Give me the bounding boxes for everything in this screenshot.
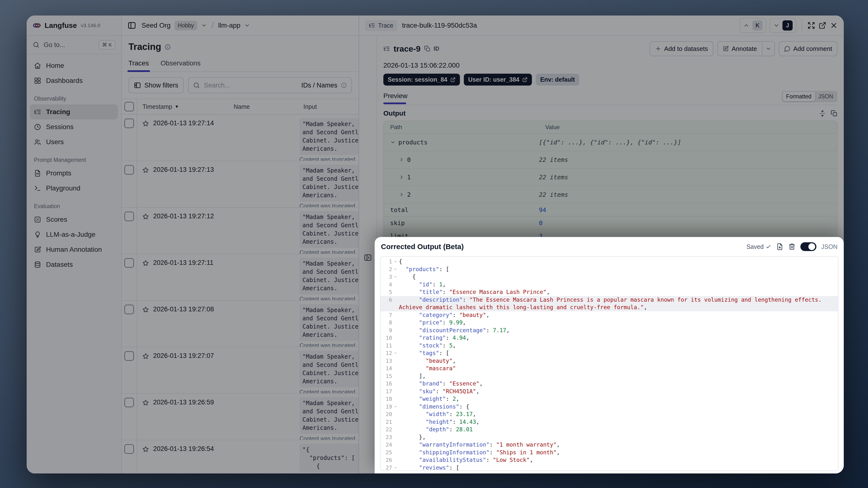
code-line-1[interactable]: 1{ <box>380 258 838 266</box>
saved-label: Saved <box>746 243 764 250</box>
save-file-icon[interactable] <box>776 243 783 250</box>
code-content: "sku": "RCH45Q1A", <box>399 388 838 395</box>
code-content: "title": "Essence Mascara Lash Prince", <box>399 288 838 296</box>
fold-toggle <box>392 288 399 296</box>
line-number: 20 <box>380 410 392 418</box>
line-number: 21 <box>380 418 392 426</box>
fold-toggle <box>392 304 399 311</box>
fold-toggle <box>392 334 399 342</box>
code-line-17[interactable]: 17"sku": "RCH45Q1A", <box>380 388 838 395</box>
code-content: "id": 1, <box>399 281 838 288</box>
code-content: "shippingInformation": "Ships in 1 month… <box>399 449 838 457</box>
fold-toggle[interactable] <box>392 464 399 471</box>
code-line-8[interactable]: 8"price": 9.99, <box>380 319 838 327</box>
fold-toggle <box>392 357 399 365</box>
code-line-14[interactable]: 14"mascara" <box>380 365 838 372</box>
line-number: 22 <box>380 426 392 433</box>
code-line-22[interactable]: 22"depth": 28.01 <box>380 426 838 433</box>
line-number: 25 <box>380 449 392 457</box>
code-content: "height": 14.43, <box>399 418 838 426</box>
fold-toggle[interactable] <box>392 349 399 357</box>
code-content: "category": "beauty", <box>399 311 838 319</box>
code-line-9[interactable]: 9"discountPercentage": 7.17, <box>380 327 838 334</box>
line-number: 27 <box>380 464 392 471</box>
code-line-27[interactable]: 27"reviews": [ <box>380 464 838 471</box>
fold-toggle <box>392 395 399 403</box>
json-toggle[interactable] <box>800 242 816 251</box>
code-content: "mascara" <box>399 365 838 372</box>
code-line-10[interactable]: 10"rating": 4.94, <box>380 334 838 342</box>
code-line-11[interactable]: 11"stock": 5, <box>380 342 838 349</box>
toggle-knob <box>808 243 815 250</box>
line-number: 19 <box>380 403 392 411</box>
code-content: "width": 23.17, <box>399 410 838 418</box>
code-line-15[interactable]: 15], <box>380 372 838 380</box>
fold-toggle <box>392 327 399 334</box>
json-toggle-label: JSON <box>821 243 837 250</box>
code-content: "rating": 4.94, <box>399 334 838 342</box>
code-line-24[interactable]: 24"warrantyInformation": "1 month warran… <box>380 441 838 449</box>
check-icon <box>766 244 771 250</box>
code-content: "description": "The Essence Mascara Lash… <box>399 296 838 304</box>
code-line-21[interactable]: 21"height": 14.43, <box>380 418 838 426</box>
code-line-3[interactable]: 3{ <box>380 273 838 281</box>
code-line-6[interactable]: 6"description": "The Essence Mascara Las… <box>380 296 838 304</box>
line-number: 17 <box>380 388 392 395</box>
code-content: ], <box>399 372 838 380</box>
code-line-4[interactable]: 4"id": 1, <box>380 281 838 288</box>
line-number: 12 <box>380 349 392 357</box>
code-line-20[interactable]: 20"width": 23.17, <box>380 410 838 418</box>
code-line-2[interactable]: 2"products": [ <box>380 266 838 273</box>
fold-toggle <box>392 365 399 372</box>
line-number: 6 <box>380 296 392 304</box>
code-line-7[interactable]: 7"category": "beauty", <box>380 311 838 319</box>
line-number: 13 <box>380 357 392 365</box>
code-content: "dimensions": { <box>399 403 838 411</box>
fold-toggle[interactable] <box>392 266 399 273</box>
fold-toggle[interactable] <box>392 403 399 411</box>
code-content: "availabilityStatus": "Low Stock", <box>399 456 838 464</box>
code-content: "discountPercentage": 7.17, <box>399 327 838 334</box>
code-line-23[interactable]: 23}, <box>380 433 838 441</box>
code-line-6[interactable]: Achieve dramatic lashes with this long-l… <box>380 304 838 311</box>
app-window: Langfuse v3.146.0 Go to... ⌘ K HomeDashb… <box>27 16 844 474</box>
fold-toggle <box>392 311 399 319</box>
code-line-19[interactable]: 19"dimensions": { <box>380 403 838 411</box>
code-line-25[interactable]: 25"shippingInformation": "Ships in 1 mon… <box>380 449 838 457</box>
fold-toggle <box>392 449 399 457</box>
line-number: 4 <box>380 281 392 288</box>
line-number: 7 <box>380 311 392 319</box>
fold-toggle[interactable] <box>392 273 399 281</box>
code-content: "price": 9.99, <box>399 319 838 327</box>
code-content: "tags": [ <box>399 349 838 357</box>
code-content: "weight": 2, <box>399 395 838 403</box>
line-number: 5 <box>380 288 392 296</box>
code-content: Achieve dramatic lashes with this long-l… <box>399 304 838 311</box>
line-number: 18 <box>380 395 392 403</box>
code-content: "brand": "Essence", <box>399 380 838 388</box>
code-line-26[interactable]: 26"availabilityStatus": "Low Stock", <box>380 456 838 464</box>
saved-status: Saved <box>746 243 771 250</box>
json-code-editor[interactable]: 1{2"products": [3{4"id": 1,5"title": "Es… <box>380 256 838 471</box>
line-number: 14 <box>380 365 392 372</box>
code-line-5[interactable]: 5"title": "Essence Mascara Lash Prince", <box>380 288 838 296</box>
line-number: 16 <box>380 380 392 388</box>
code-line-16[interactable]: 16"brand": "Essence", <box>380 380 838 388</box>
fold-toggle <box>392 380 399 388</box>
code-content: { <box>399 258 838 266</box>
code-line-18[interactable]: 18"weight": 2, <box>380 395 838 403</box>
line-number <box>380 304 392 311</box>
fold-toggle[interactable] <box>392 258 399 266</box>
trash-icon[interactable] <box>788 243 796 250</box>
fold-toggle <box>392 372 399 380</box>
line-number: 23 <box>380 433 392 441</box>
line-number: 8 <box>380 319 392 327</box>
line-number: 10 <box>380 334 392 342</box>
code-line-13[interactable]: 13"beauty", <box>380 357 838 365</box>
code-line-12[interactable]: 12"tags": [ <box>380 349 838 357</box>
line-number: 11 <box>380 342 392 349</box>
fold-toggle <box>392 342 399 349</box>
code-content: "beauty", <box>399 357 838 365</box>
line-number: 2 <box>380 266 392 273</box>
line-number: 24 <box>380 441 392 449</box>
